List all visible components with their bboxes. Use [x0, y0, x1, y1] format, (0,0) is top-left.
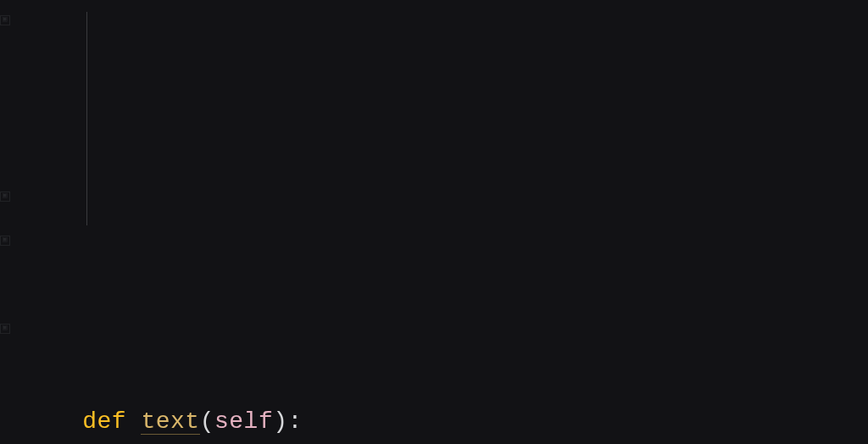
code-editor[interactable]: ▣ ▣ ▣ ▣ def text(self): img=self.get_pic…	[0, 0, 868, 444]
fold-icon[interactable]: ▣	[0, 324, 10, 334]
code-block: def text(self): img=self.get_pictures() …	[12, 312, 868, 444]
fold-icon[interactable]: ▣	[0, 15, 10, 25]
indent-guide	[86, 12, 87, 225]
code-line: def text(self):	[24, 400, 868, 444]
fold-icon[interactable]: ▣	[0, 191, 10, 202]
gutter: ▣ ▣ ▣ ▣	[0, 0, 10, 352]
function-name: text	[141, 408, 199, 435]
keyword-def: def	[82, 408, 141, 435]
self-param: self	[214, 408, 273, 435]
fold-icon[interactable]: ▣	[0, 236, 10, 246]
